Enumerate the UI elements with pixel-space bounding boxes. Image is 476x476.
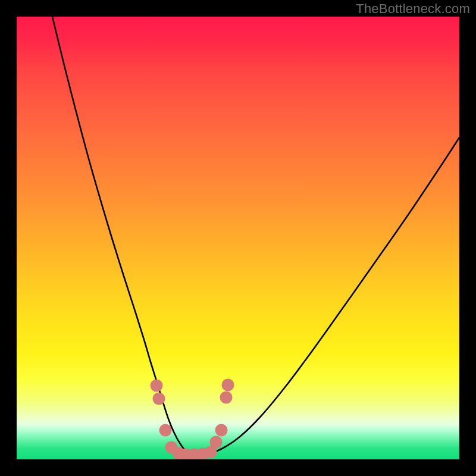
curve-marker — [215, 424, 228, 437]
bottleneck-curve — [52, 17, 459, 455]
curve-svg — [17, 17, 459, 459]
watermark-text: TheBottleneck.com — [356, 1, 470, 17]
curve-markers — [151, 379, 234, 460]
curve-marker — [220, 392, 233, 404]
curve-marker — [222, 379, 234, 392]
chart-plot-area — [17, 17, 459, 459]
curve-marker — [159, 424, 172, 437]
curve-marker — [210, 436, 223, 449]
curve-marker — [153, 393, 165, 405]
curve-marker — [151, 380, 163, 392]
